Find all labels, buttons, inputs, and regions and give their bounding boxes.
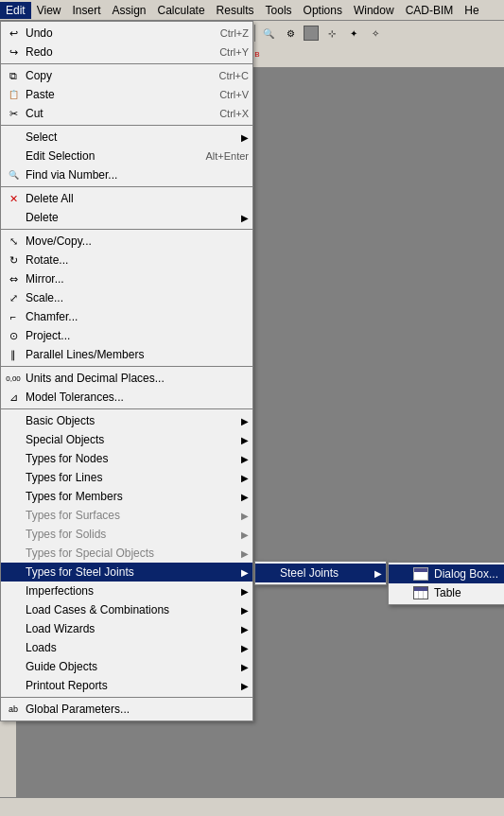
sep-7: [1, 697, 252, 698]
menu-item-redo[interactable]: Redo Ctrl+Y: [1, 43, 252, 61]
units-icon: [5, 370, 22, 387]
imperfections-arrow-icon: ▶: [241, 586, 249, 597]
menu-item-types-members[interactable]: Types for Members ▶: [1, 487, 252, 506]
types-surfaces-arrow-icon: ▶: [241, 511, 249, 521]
toolbar-btn-14[interactable]: [304, 26, 319, 41]
menubar: Edit View Insert Assign Calculate Result…: [0, 0, 504, 21]
menu-help[interactable]: He: [459, 2, 484, 19]
menu-item-chamfer[interactable]: Chamfer...: [1, 307, 252, 326]
undo-icon: [5, 25, 22, 42]
edit-menu-panel: Undo Ctrl+Z Redo Ctrl+Y Copy Ctrl+C Past…: [0, 21, 253, 721]
toolbar-btn-12[interactable]: 🔍: [258, 23, 279, 43]
types-special-arrow-icon: ▶: [241, 548, 249, 559]
delete-all-icon: [5, 190, 22, 207]
sep-1: [1, 63, 252, 64]
menu-item-move-copy[interactable]: Move/Copy...: [1, 232, 252, 251]
project-icon: [5, 327, 22, 344]
menu-item-basic-objects[interactable]: Basic Objects ▶: [1, 411, 252, 430]
menu-item-global-params[interactable]: Global Parameters...: [1, 700, 252, 719]
menu-item-find-number[interactable]: Find via Number...: [1, 165, 252, 184]
menu-item-types-steel-joints[interactable]: Types for Steel Joints ▶ Steel Joints ▶: [1, 563, 252, 582]
submenu-item-dialog-box[interactable]: Dialog Box...: [389, 564, 504, 583]
menu-assign[interactable]: Assign: [107, 2, 152, 19]
menu-item-loads[interactable]: Loads ▶: [1, 638, 252, 657]
menu-item-types-surfaces[interactable]: Types for Surfaces ▶: [1, 506, 252, 525]
steel-joints-submenu: Steel Joints ▶ Dialog: [254, 561, 387, 585]
menu-item-tolerances[interactable]: Model Tolerances...: [1, 388, 252, 407]
steel-joints-submenu-arrow-icon: ▶: [374, 568, 382, 579]
menu-options[interactable]: Options: [298, 2, 348, 19]
menu-item-printout-reports[interactable]: Printout Reports ▶: [1, 676, 252, 695]
sep-6: [1, 408, 252, 409]
menu-item-load-wizards[interactable]: Load Wizards ▶: [1, 619, 252, 638]
menu-item-types-special[interactable]: Types for Special Objects ▶: [1, 544, 252, 563]
dialog-box-icon: [413, 567, 428, 581]
menu-item-select[interactable]: Select ▶: [1, 128, 252, 147]
copy-icon: [5, 67, 22, 84]
menu-item-undo[interactable]: Undo Ctrl+Z: [1, 24, 252, 43]
menu-calculate[interactable]: Calculate: [152, 2, 211, 19]
menu-item-rotate[interactable]: Rotate...: [1, 251, 252, 269]
menu-item-copy[interactable]: Copy Ctrl+C: [1, 66, 252, 85]
sep-2: [1, 125, 252, 126]
menu-edit[interactable]: Edit: [0, 2, 31, 19]
special-objects-arrow-icon: ▶: [241, 435, 249, 445]
toolbar-sep-3: [254, 25, 255, 42]
scale-icon: [5, 289, 22, 306]
sep-5: [1, 366, 252, 367]
menu-item-load-cases[interactable]: Load Cases & Combinations ▶: [1, 600, 252, 619]
menu-item-delete-all[interactable]: Delete All: [1, 189, 252, 208]
mirror-icon: [5, 270, 22, 287]
toolbar-btn-17[interactable]: ✧: [365, 23, 386, 43]
basic-objects-arrow-icon: ▶: [241, 416, 249, 426]
menu-item-parallel[interactable]: Parallel Lines/Members: [1, 345, 252, 364]
menu-insert[interactable]: Insert: [66, 2, 106, 19]
chamfer-icon: [5, 308, 22, 325]
statusbar: [0, 797, 504, 816]
menu-item-paste[interactable]: Paste Ctrl+V: [1, 85, 252, 104]
menu-item-types-solids[interactable]: Types for Solids ▶: [1, 525, 252, 544]
types-nodes-arrow-icon: ▶: [241, 454, 249, 464]
menu-results[interactable]: Results: [211, 2, 260, 19]
load-wizards-arrow-icon: ▶: [241, 624, 249, 634]
menu-item-project[interactable]: Project...: [1, 326, 252, 345]
cut-icon: [5, 105, 22, 122]
global-params-icon: [5, 701, 22, 718]
menu-view[interactable]: View: [31, 2, 67, 19]
types-lines-arrow-icon: ▶: [241, 473, 249, 483]
types-members-arrow-icon: ▶: [241, 492, 249, 502]
submenu-item-table[interactable]: Table: [389, 583, 504, 602]
menu-item-imperfections[interactable]: Imperfections ▶: [1, 582, 252, 600]
redo-icon: [5, 43, 22, 61]
rotate-icon: [5, 252, 22, 269]
toolbar-btn-13[interactable]: ⚙: [280, 23, 301, 43]
table-icon: [413, 586, 428, 599]
toolbar-btn-16[interactable]: ✦: [343, 23, 364, 43]
dialog-table-submenu: Dialog Box...: [388, 562, 504, 605]
submenu-item-steel-joints[interactable]: Steel Joints ▶ Dialog: [255, 564, 386, 582]
paste-icon: [5, 86, 22, 103]
menu-item-guide-objects[interactable]: Guide Objects ▶: [1, 657, 252, 676]
move-icon: [5, 233, 22, 250]
types-steel-joints-arrow-icon: ▶: [241, 567, 249, 578]
menu-item-types-lines[interactable]: Types for Lines ▶: [1, 468, 252, 487]
guide-objects-arrow-icon: ▶: [241, 662, 249, 672]
menu-item-scale[interactable]: Scale...: [1, 288, 252, 307]
types-solids-arrow-icon: ▶: [241, 530, 249, 540]
load-cases-arrow-icon: ▶: [241, 605, 249, 616]
menu-cadbim[interactable]: CAD-BIM: [400, 2, 460, 19]
menu-item-types-nodes[interactable]: Types for Nodes ▶: [1, 449, 252, 468]
parallel-icon: [5, 346, 22, 363]
menu-item-special-objects[interactable]: Special Objects ▶: [1, 430, 252, 449]
menu-item-mirror[interactable]: Mirror...: [1, 269, 252, 288]
toolbar-btn-15[interactable]: ⊹: [322, 23, 342, 43]
menu-item-cut[interactable]: Cut Ctrl+X: [1, 104, 252, 123]
menu-item-units[interactable]: Units and Decimal Places...: [1, 369, 252, 388]
menu-tools[interactable]: Tools: [260, 2, 298, 19]
menu-window[interactable]: Window: [348, 2, 400, 19]
loads-arrow-icon: ▶: [241, 643, 249, 653]
sep-3: [1, 186, 252, 187]
menu-item-delete[interactable]: Delete ▶: [1, 208, 252, 227]
menu-item-edit-selection[interactable]: Edit Selection Alt+Enter: [1, 147, 252, 165]
find-icon: [5, 166, 22, 183]
